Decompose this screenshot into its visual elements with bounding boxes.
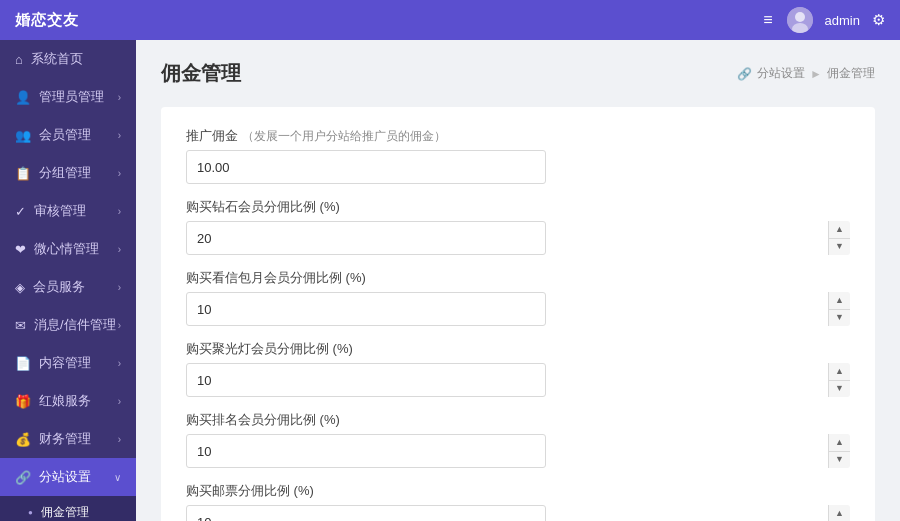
sidebar-item-admin[interactable]: 👤 管理员管理 › [0, 78, 136, 116]
breadcrumb: 🔗 分站设置 ► 佣金管理 [737, 65, 875, 82]
spinner-down-letter[interactable]: ▼ [829, 310, 850, 327]
home-icon: ⌂ [15, 52, 23, 67]
sidebar-sub-subsite: ● 佣金管理 ○ 红娘提现设置 ○ 站点设置 ○ 联系我们 ○ 管理员管理 [0, 496, 136, 521]
breadcrumb-icon: 🔗 [737, 67, 752, 81]
input-wrap-coupon: ▲ ▼ [186, 505, 850, 521]
sidebar-item-redpacket[interactable]: 🎁 红娘服务 › [0, 382, 136, 420]
form-hint-promote: （发展一个用户分站给推广员的佣金） [242, 129, 446, 143]
redpacket-icon: 🎁 [15, 394, 31, 409]
subsite-icon: 🔗 [15, 470, 31, 485]
sidebar-label-member: 会员管理 [39, 126, 91, 144]
svg-point-1 [795, 12, 805, 22]
breadcrumb-sep: ► [810, 67, 822, 81]
sidebar-item-home[interactable]: ⌂ 系统首页 [0, 40, 136, 78]
topbar-logo: 婚恋交友 [15, 11, 79, 30]
spinner-down-ranking[interactable]: ▼ [829, 452, 850, 469]
form-group-ranking: 购买排名会员分佣比例 (%) ▲ ▼ [186, 411, 850, 468]
chevron-content: › [118, 358, 121, 369]
sidebar-label-msg: 消息/信件管理 [34, 316, 116, 334]
sidebar-label-subsite: 分站设置 [39, 468, 91, 486]
topbar-right: admin ⚙ [787, 7, 885, 33]
sidebar-label-review: 审核管理 [34, 202, 86, 220]
spinner-up-diamond[interactable]: ▲ [829, 221, 850, 239]
sidebar-item-heart[interactable]: ❤ 微心情管理 › [0, 230, 136, 268]
form-group-letter: 购买看信包月会员分佣比例 (%) ▲ ▼ [186, 269, 850, 326]
content-icon: 📄 [15, 356, 31, 371]
label-spotlight: 购买聚光灯会员分佣比例 (%) [186, 340, 850, 358]
breadcrumb-current: 佣金管理 [827, 65, 875, 82]
spinner-up-spotlight[interactable]: ▲ [829, 363, 850, 381]
sidebar-item-service[interactable]: ◈ 会员服务 › [0, 268, 136, 306]
form-group-spotlight: 购买聚光灯会员分佣比例 (%) ▲ ▼ [186, 340, 850, 397]
spinner-down-diamond[interactable]: ▼ [829, 239, 850, 256]
sidebar-item-group[interactable]: 📋 分组管理 › [0, 154, 136, 192]
input-spotlight[interactable] [186, 363, 546, 397]
topbar-username: admin [825, 13, 860, 28]
main-content: 佣金管理 🔗 分站设置 ► 佣金管理 推广佣金 （发展一个用户分站给推广员的佣金… [136, 40, 900, 521]
sidebar-sub-commission[interactable]: ● 佣金管理 [0, 496, 136, 521]
admin-icon: 👤 [15, 90, 31, 105]
page-header: 佣金管理 🔗 分站设置 ► 佣金管理 [161, 60, 875, 87]
input-letter[interactable] [186, 292, 546, 326]
heart-icon: ❤ [15, 242, 26, 257]
chevron-group: › [118, 168, 121, 179]
label-letter: 购买看信包月会员分佣比例 (%) [186, 269, 850, 287]
sidebar-label-finance: 财务管理 [39, 430, 91, 448]
form-label-promote: 推广佣金 （发展一个用户分站给推广员的佣金） [186, 127, 850, 145]
chevron-redpacket: › [118, 396, 121, 407]
spinners-letter: ▲ ▼ [828, 292, 850, 326]
label-diamond: 购买钻石会员分佣比例 (%) [186, 198, 850, 216]
sidebar-sub-label-commission: 佣金管理 [41, 504, 89, 521]
spinners-diamond: ▲ ▼ [828, 221, 850, 255]
form-group-promote: 推广佣金 （发展一个用户分站给推广员的佣金） [186, 127, 850, 184]
sidebar-item-subsite[interactable]: 🔗 分站设置 ∨ [0, 458, 136, 496]
sidebar: ⌂ 系统首页 👤 管理员管理 › 👥 会员管理 › 📋 分组管理 › [0, 40, 136, 521]
breadcrumb-parent: 分站设置 [757, 65, 805, 82]
msg-icon: ✉ [15, 318, 26, 333]
chevron-admin: › [118, 92, 121, 103]
group-icon: 📋 [15, 166, 31, 181]
sidebar-item-member[interactable]: 👥 会员管理 › [0, 116, 136, 154]
avatar [787, 7, 813, 33]
input-wrap-diamond: ▲ ▼ [186, 221, 850, 255]
spinner-down-spotlight[interactable]: ▼ [829, 381, 850, 398]
chevron-subsite: ∨ [114, 472, 121, 483]
sidebar-label-group: 分组管理 [39, 164, 91, 182]
review-icon: ✓ [15, 204, 26, 219]
sidebar-label-admin: 管理员管理 [39, 88, 104, 106]
service-icon: ◈ [15, 280, 25, 295]
spinners-ranking: ▲ ▼ [828, 434, 850, 468]
form-card: 推广佣金 （发展一个用户分站给推广员的佣金） 购买钻石会员分佣比例 (%) ▲ … [161, 107, 875, 521]
spinner-up-coupon[interactable]: ▲ [829, 505, 850, 521]
sidebar-label-home: 系统首页 [31, 50, 83, 68]
chevron-heart: › [118, 244, 121, 255]
sidebar-item-finance[interactable]: 💰 财务管理 › [0, 420, 136, 458]
input-wrap-spotlight: ▲ ▼ [186, 363, 850, 397]
sidebar-label-service: 会员服务 [33, 278, 85, 296]
form-group-coupon: 购买邮票分佣比例 (%) ▲ ▼ [186, 482, 850, 521]
input-ranking[interactable] [186, 434, 546, 468]
topbar-settings-icon[interactable]: ⚙ [872, 11, 885, 29]
sidebar-item-msg[interactable]: ✉ 消息/信件管理 › [0, 306, 136, 344]
spinner-up-letter[interactable]: ▲ [829, 292, 850, 310]
spinners-spotlight: ▲ ▼ [828, 363, 850, 397]
finance-icon: 💰 [15, 432, 31, 447]
dot-commission: ● [28, 508, 33, 517]
input-diamond[interactable] [186, 221, 546, 255]
chevron-msg: › [118, 320, 121, 331]
menu-icon[interactable]: ≡ [763, 11, 772, 29]
sidebar-item-review[interactable]: ✓ 审核管理 › [0, 192, 136, 230]
member-icon: 👥 [15, 128, 31, 143]
sidebar-item-content[interactable]: 📄 内容管理 › [0, 344, 136, 382]
input-wrap-ranking: ▲ ▼ [186, 434, 850, 468]
promote-input[interactable] [186, 150, 546, 184]
layout: ⌂ 系统首页 👤 管理员管理 › 👥 会员管理 › 📋 分组管理 › [0, 40, 900, 521]
input-coupon[interactable] [186, 505, 546, 521]
sidebar-label-content: 内容管理 [39, 354, 91, 372]
input-wrap-letter: ▲ ▼ [186, 292, 850, 326]
spinners-coupon: ▲ ▼ [828, 505, 850, 521]
sidebar-label-redpacket: 红娘服务 [39, 392, 91, 410]
spinner-up-ranking[interactable]: ▲ [829, 434, 850, 452]
label-coupon: 购买邮票分佣比例 (%) [186, 482, 850, 500]
form-group-diamond: 购买钻石会员分佣比例 (%) ▲ ▼ [186, 198, 850, 255]
